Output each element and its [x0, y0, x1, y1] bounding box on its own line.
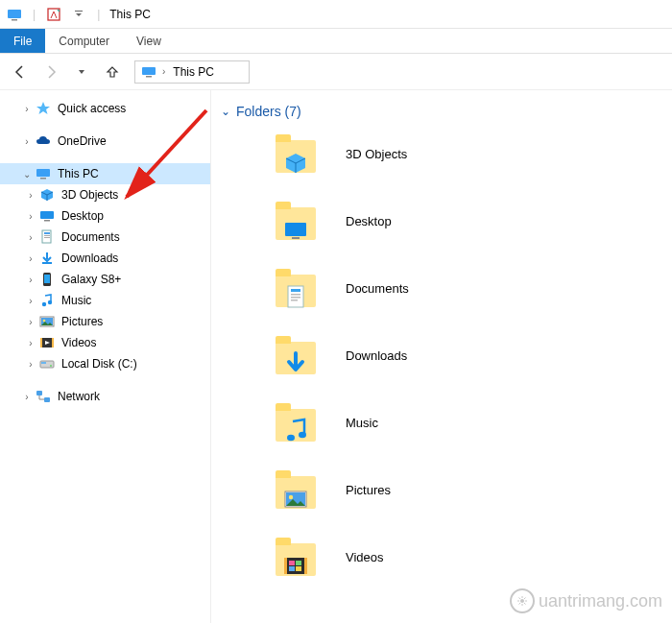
quick-access-toolbar: | | — [4, 4, 104, 25]
svg-rect-29 — [44, 397, 50, 402]
folder-icon — [273, 399, 319, 445]
svg-point-21 — [43, 320, 46, 323]
folder-documents[interactable]: Documents — [273, 265, 664, 311]
svg-rect-0 — [8, 10, 21, 18]
chevron-right-icon: › — [23, 190, 38, 201]
folder-music[interactable]: Music — [273, 399, 664, 445]
breadcrumb-this-pc[interactable]: This PC — [171, 64, 216, 80]
svg-rect-24 — [52, 338, 54, 347]
tree-item-label: Documents — [61, 230, 120, 244]
explorer-body: › Quick access › OneDrive ⌄ — [0, 90, 672, 623]
tree-item-label: Quick access — [58, 102, 126, 115]
svg-rect-46 — [296, 561, 301, 565]
cloud-icon — [35, 132, 52, 150]
tab-view[interactable]: View — [123, 29, 175, 53]
svg-rect-48 — [296, 566, 301, 571]
svg-rect-44 — [304, 558, 307, 574]
svg-rect-12 — [44, 235, 50, 236]
star-icon — [35, 100, 52, 117]
back-button[interactable] — [8, 60, 33, 84]
svg-rect-9 — [44, 220, 50, 222]
chevron-right-icon: › — [23, 296, 38, 306]
folder-icon — [273, 467, 319, 513]
downloads-icon — [278, 344, 313, 378]
chevron-down-icon: ⌄ — [19, 169, 35, 180]
svg-rect-1 — [12, 19, 17, 21]
folder-downloads[interactable]: Downloads — [273, 332, 664, 378]
tree-item-local-disk-c-[interactable]: ›Local Disk (C:) — [0, 353, 210, 374]
music-icon — [278, 411, 313, 445]
folder-3d-objects[interactable]: 3D Objects — [273, 131, 664, 177]
tree-item-label: OneDrive — [58, 134, 107, 148]
section-title: Folders (7) — [236, 104, 301, 119]
content-pane: ⌄ Folders (7) 3D ObjectsDesktopDocuments… — [211, 90, 672, 623]
forward-button[interactable] — [38, 60, 63, 84]
tree-item-label: Videos — [61, 336, 96, 349]
tree-item-pictures[interactable]: ›Pictures — [0, 311, 210, 332]
svg-rect-47 — [289, 566, 295, 571]
tree-item-label: Downloads — [61, 252, 118, 265]
svg-rect-26 — [41, 362, 46, 364]
tree-item-videos[interactable]: ›Videos — [0, 332, 210, 353]
folder-videos[interactable]: Videos — [273, 534, 664, 580]
tree-item-label: Desktop — [61, 209, 104, 223]
tree-item-label: Galaxy S8+ — [61, 273, 121, 286]
qat-dropdown-icon[interactable] — [68, 4, 89, 25]
tree-item-galaxy-s8-[interactable]: ›Galaxy S8+ — [0, 269, 210, 290]
tree-item-label: Network — [58, 390, 100, 403]
tab-file[interactable]: File — [0, 29, 45, 53]
tree-item-documents[interactable]: ›Documents — [0, 227, 210, 248]
svg-rect-43 — [284, 558, 287, 574]
svg-rect-34 — [291, 294, 300, 296]
properties-icon[interactable] — [43, 4, 64, 25]
svg-point-37 — [287, 435, 295, 441]
tree-onedrive[interactable]: › OneDrive — [0, 131, 210, 152]
tree-network[interactable]: › Network — [0, 386, 210, 407]
app-icon — [4, 4, 25, 25]
chevron-right-icon: › — [23, 211, 38, 222]
address-bar[interactable]: › This PC — [134, 60, 250, 84]
folder-icon — [273, 332, 319, 378]
svg-rect-23 — [40, 338, 42, 347]
navigation-tree: › Quick access › OneDrive ⌄ — [0, 90, 211, 623]
separator: | — [97, 8, 100, 21]
tree-this-pc[interactable]: ⌄ This PC — [0, 163, 210, 184]
folder-icon — [273, 198, 319, 244]
section-header-folders[interactable]: ⌄ Folders (7) — [215, 100, 664, 131]
tree-item-music[interactable]: ›Music — [0, 290, 210, 311]
desktop-icon — [278, 209, 313, 244]
svg-rect-8 — [40, 211, 54, 219]
chevron-right-icon: › — [162, 66, 165, 77]
tree-item-downloads[interactable]: ›Downloads — [0, 248, 210, 269]
music-icon — [38, 292, 56, 309]
chevron-right-icon: › — [23, 275, 38, 285]
folder-label: Downloads — [346, 348, 407, 363]
tree-item-label: Music — [61, 294, 91, 307]
svg-point-18 — [48, 300, 52, 304]
folder-label: Documents — [346, 281, 409, 296]
svg-rect-4 — [142, 67, 156, 75]
tree-item-desktop[interactable]: ›Desktop — [0, 205, 210, 227]
folder-desktop[interactable]: Desktop — [273, 198, 664, 244]
tree-item-label: This PC — [58, 167, 99, 180]
svg-rect-35 — [291, 297, 300, 299]
folder-label: Pictures — [346, 483, 391, 497]
tree-quick-access[interactable]: › Quick access — [0, 98, 210, 119]
recent-locations-button[interactable] — [69, 60, 94, 84]
svg-point-41 — [289, 495, 293, 499]
chevron-right-icon: › — [23, 232, 38, 243]
monitor-icon — [141, 64, 156, 80]
videos-icon — [38, 334, 56, 351]
up-button[interactable] — [100, 60, 125, 84]
folder-icon — [273, 265, 319, 311]
svg-rect-16 — [44, 275, 50, 283]
svg-point-17 — [42, 302, 46, 306]
folder-label: Videos — [346, 550, 384, 564]
svg-point-38 — [299, 432, 306, 438]
tab-computer[interactable]: Computer — [45, 29, 123, 53]
folder-label: 3D Objects — [346, 147, 407, 161]
tree-item-3d-objects[interactable]: ›3D Objects — [0, 184, 210, 205]
nav-bar: › This PC — [0, 54, 672, 90]
svg-rect-28 — [36, 391, 42, 395]
folder-pictures[interactable]: Pictures — [273, 467, 664, 513]
